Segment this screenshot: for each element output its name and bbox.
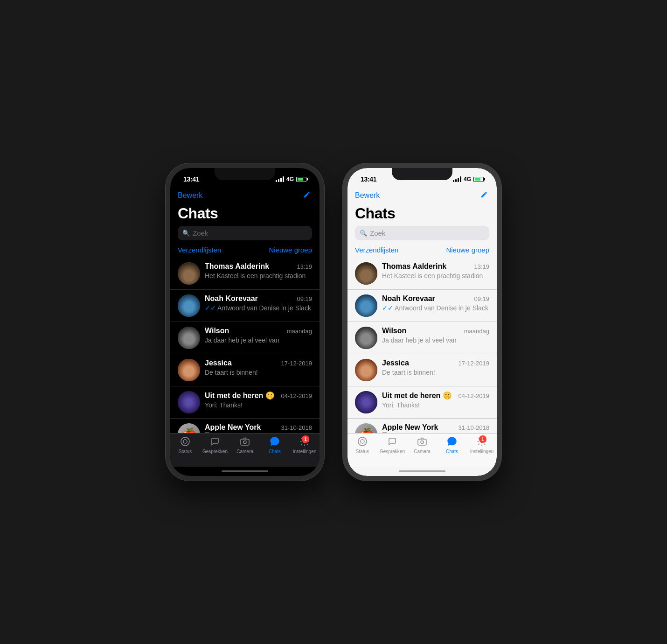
chats-tab-icon bbox=[270, 436, 280, 448]
chat-name: Noah Korevaar bbox=[205, 294, 258, 303]
chat-name: Jessica bbox=[205, 359, 232, 367]
chat-info: Noah Korevaar09:19✓✓ Antwoord van Denise… bbox=[382, 294, 489, 312]
tab-camera[interactable]: Camera bbox=[230, 436, 260, 454]
chat-time: 17-12-2019 bbox=[281, 360, 313, 367]
search-bar[interactable]: 🔍 Zoek bbox=[355, 226, 489, 240]
tab-bar: StatusGesprekkenCameraChatsInstellingen1 bbox=[347, 433, 497, 467]
verzendlijsten-button[interactable]: Verzendlijsten bbox=[355, 246, 398, 254]
chat-item[interactable]: Noah Korevaar09:19✓✓ Antwoord van Denise… bbox=[347, 290, 497, 322]
chat-time: 09:19 bbox=[474, 295, 489, 302]
chat-preview: ✓✓ Antwoord van Denise in je Slack bbox=[205, 304, 312, 312]
nieuwe-groep-button[interactable]: Nieuwe groep bbox=[269, 246, 312, 254]
avatar-group bbox=[178, 391, 200, 413]
chat-name: Jessica bbox=[382, 359, 409, 367]
instellingen-tab-label: Instellingen bbox=[293, 449, 317, 454]
chat-info: Uit met de heren 🤫04-12-2019Yori: Thanks… bbox=[205, 391, 312, 409]
avatar-apple: 🍎 bbox=[355, 423, 377, 433]
page-title: Chats bbox=[347, 204, 497, 226]
camera-tab-label: Camera bbox=[414, 449, 431, 454]
gesprekken-tab-label: Gesprekken bbox=[202, 449, 228, 454]
tab-bar: StatusGesprekkenCameraChatsInstellingen1 bbox=[170, 433, 320, 467]
status-time: 13:41 bbox=[183, 175, 199, 183]
nav-bar: Bewerk bbox=[347, 188, 497, 204]
chat-info: WilsonmaandagJa daar heb je al veel van bbox=[382, 327, 489, 344]
gesprekken-tab-label: Gesprekken bbox=[380, 449, 405, 454]
chat-item[interactable]: Jessica17-12-2019De taart is binnen! bbox=[170, 354, 320, 386]
chat-info: Noah Korevaar09:19✓✓ Antwoord van Denise… bbox=[205, 294, 312, 312]
nieuwe-groep-button[interactable]: Nieuwe groep bbox=[446, 246, 489, 254]
svg-point-5 bbox=[358, 437, 367, 446]
avatar-jessica bbox=[355, 359, 377, 381]
chat-item[interactable]: Jessica17-12-2019De taart is binnen! bbox=[347, 354, 497, 386]
nav-bar: Bewerk bbox=[170, 188, 320, 204]
compose-icon[interactable] bbox=[303, 189, 312, 201]
phone-dark: 13:41 4G Bewerk Chats 🔍 Zoek Verzendlijs… bbox=[166, 163, 324, 481]
avatar-thomas bbox=[178, 262, 200, 285]
chat-info: Apple New York Event31-10-2018✓✓ U: Kan … bbox=[382, 423, 489, 433]
chat-info: Jessica17-12-2019De taart is binnen! bbox=[382, 359, 489, 377]
chat-time: 13:19 bbox=[297, 263, 312, 270]
chat-preview: Ja daar heb je al veel van bbox=[205, 336, 312, 344]
tab-status[interactable]: Status bbox=[347, 436, 377, 454]
chats-tab-label: Chats bbox=[446, 449, 458, 454]
chat-item[interactable]: 🍎Apple New York Event31-10-2018✓✓ U: Kan… bbox=[170, 419, 320, 433]
chat-time: 17-12-2019 bbox=[459, 360, 490, 367]
tab-gesprekken[interactable]: Gesprekken bbox=[200, 436, 230, 454]
chat-item[interactable]: Thomas Aalderink13:19Het Kasteel is een … bbox=[347, 258, 497, 290]
search-icon: 🔍 bbox=[360, 230, 367, 237]
chat-item[interactable]: Thomas Aalderink13:19Het Kasteel is een … bbox=[170, 258, 320, 290]
read-ticks: ✓✓ bbox=[382, 304, 393, 312]
lists-row: Verzendlijsten Nieuwe groep bbox=[170, 245, 320, 258]
chat-name: Wilson bbox=[382, 327, 406, 335]
chat-name: Thomas Aalderink bbox=[205, 262, 269, 271]
gesprekken-tab-icon bbox=[210, 436, 220, 448]
chat-preview: Yori: Thanks! bbox=[382, 401, 489, 409]
chat-info: Uit met de heren 🤫04-12-2019Yori: Thanks… bbox=[382, 391, 489, 409]
chat-preview: Yori: Thanks! bbox=[205, 401, 312, 409]
home-indicator bbox=[170, 467, 320, 476]
battery-icon bbox=[296, 177, 306, 182]
chat-item[interactable]: Uit met de heren 🤫04-12-2019Yori: Thanks… bbox=[170, 386, 320, 419]
tab-chats[interactable]: Chats bbox=[260, 436, 290, 454]
bewerk-button[interactable]: Bewerk bbox=[178, 191, 202, 200]
chat-preview: Ja daar heb je al veel van bbox=[382, 336, 489, 344]
page-title: Chats bbox=[170, 204, 320, 226]
chat-name: Apple New York Event bbox=[205, 423, 281, 433]
svg-point-8 bbox=[421, 441, 424, 444]
chat-info: WilsonmaandagJa daar heb je al veel van bbox=[205, 327, 312, 344]
tab-gesprekken[interactable]: Gesprekken bbox=[377, 436, 407, 454]
home-indicator bbox=[347, 467, 497, 476]
chat-item[interactable]: 🍎Apple New York Event31-10-2018✓✓ U: Kan… bbox=[347, 419, 497, 433]
compose-icon[interactable] bbox=[480, 189, 489, 201]
chat-name: Uit met de heren 🤫 bbox=[382, 391, 452, 400]
chat-time: 09:19 bbox=[297, 295, 312, 302]
search-icon: 🔍 bbox=[182, 230, 190, 237]
chat-item[interactable]: Uit met de heren 🤫04-12-2019Yori: Thanks… bbox=[347, 386, 497, 419]
instellingen-badge: 1 bbox=[302, 435, 309, 443]
avatar-noah bbox=[178, 294, 200, 317]
status-tab-label: Status bbox=[179, 449, 192, 454]
verzendlijsten-button[interactable]: Verzendlijsten bbox=[178, 246, 221, 254]
chat-item[interactable]: Noah Korevaar09:19✓✓ Antwoord van Denise… bbox=[170, 290, 320, 322]
chat-info: Thomas Aalderink13:19Het Kasteel is een … bbox=[205, 262, 312, 280]
gesprekken-tab-icon bbox=[387, 436, 397, 448]
chat-item[interactable]: WilsonmaandagJa daar heb je al veel van bbox=[170, 322, 320, 354]
status-tab-icon bbox=[180, 436, 190, 448]
tab-camera[interactable]: Camera bbox=[407, 436, 437, 454]
status-right: 4G bbox=[453, 176, 484, 182]
instellingen-tab-label: Instellingen bbox=[470, 449, 494, 454]
chat-list: Thomas Aalderink13:19Het Kasteel is een … bbox=[347, 258, 497, 433]
chat-preview: ✓✓ Antwoord van Denise in je Slack bbox=[382, 304, 489, 312]
tab-status[interactable]: Status bbox=[170, 436, 200, 454]
chat-name: Noah Korevaar bbox=[382, 294, 435, 303]
search-placeholder: Zoek bbox=[370, 229, 385, 237]
chat-item[interactable]: WilsonmaandagJa daar heb je al veel van bbox=[347, 322, 497, 354]
search-bar[interactable]: 🔍 Zoek bbox=[178, 226, 312, 240]
avatar-wilson bbox=[355, 327, 377, 349]
tab-chats[interactable]: Chats bbox=[437, 436, 467, 454]
tab-instellingen[interactable]: Instellingen1 bbox=[290, 436, 320, 454]
bewerk-button[interactable]: Bewerk bbox=[355, 191, 380, 200]
svg-rect-2 bbox=[241, 439, 249, 445]
tab-instellingen[interactable]: Instellingen1 bbox=[467, 436, 497, 454]
chat-time: maandag bbox=[287, 328, 312, 335]
